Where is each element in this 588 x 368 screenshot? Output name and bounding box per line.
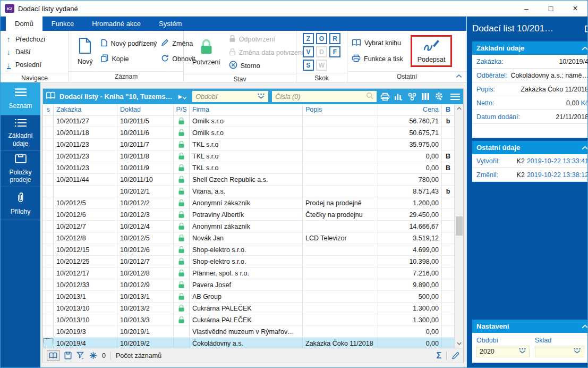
jump-key-z[interactable]: Z bbox=[303, 33, 314, 44]
numbers-search-input[interactable]: Čísla (0) bbox=[272, 91, 377, 102]
lock-icon bbox=[174, 186, 190, 197]
table-row[interactable]: 10/2011/1810/2011/6Omilk s.r.o50.675,71 bbox=[43, 127, 454, 139]
expand-book-menu-button[interactable]: ▶ bbox=[176, 94, 189, 99]
cell-firma: Vitana, a.s. bbox=[190, 186, 303, 197]
jump-key-s[interactable]: S bbox=[303, 60, 314, 71]
table-row[interactable]: 10/2011/2310/2011/9TKL s.r.o0,00B bbox=[43, 162, 454, 174]
functions-print-button[interactable]: Funkce a tisk bbox=[352, 53, 403, 65]
select-book-button[interactable]: Vybrat knihu bbox=[352, 37, 403, 49]
sum-icon[interactable]: Σ bbox=[436, 351, 441, 361]
combo-dropdown-icon[interactable] bbox=[518, 348, 526, 355]
table-row[interactable]: 10/2012/1Vitana, a.s.8.571,43b bbox=[43, 186, 454, 197]
view-card-toggle[interactable] bbox=[64, 352, 72, 359]
combo-dropdown-icon[interactable] bbox=[257, 93, 265, 101]
cell-s bbox=[43, 150, 54, 162]
table-menu-icon-button[interactable] bbox=[450, 91, 461, 103]
table-row[interactable]: 10/2013/110/2013/1AB Group500,00 bbox=[43, 291, 454, 303]
column-header-firma[interactable]: Firma bbox=[190, 104, 303, 115]
lock-icon bbox=[174, 127, 190, 138]
table-row[interactable]: 10/2012/2510/2012/7Shop-elektro s.r.o.10… bbox=[43, 256, 454, 267]
jump-key-o[interactable]: O bbox=[316, 33, 327, 44]
table-row[interactable]: 10/2012/710/2012/4Anonymní zákazník14.66… bbox=[43, 221, 454, 232]
confirm-button[interactable]: Potvrzení bbox=[188, 38, 225, 67]
new-child-button[interactable]: Nový podřízený bbox=[101, 37, 157, 49]
vertical-scrollbar[interactable] bbox=[454, 104, 463, 348]
period-select[interactable]: 2020 bbox=[476, 346, 530, 357]
chart-icon-button[interactable] bbox=[394, 91, 403, 103]
column-header-doklad[interactable]: Doklad bbox=[117, 104, 174, 115]
minimize-button[interactable]: – bbox=[514, 1, 539, 16]
tab-domu[interactable]: Domů bbox=[6, 16, 42, 31]
column-header-popis[interactable]: Popis bbox=[303, 104, 378, 115]
cell-s bbox=[43, 186, 54, 197]
cell-cena: 780,00 bbox=[378, 174, 442, 185]
table-row[interactable]: 10/2011/4410/2011/10Shell Czech Republic… bbox=[43, 174, 454, 186]
table-row[interactable]: 10/2019/310/2019/1Vlastivědné muzeum v R… bbox=[43, 326, 454, 338]
filter-icon[interactable] bbox=[76, 352, 84, 359]
table-row[interactable]: 10/2012/1510/2012/6Shop-elektro s.r.o.4.… bbox=[43, 244, 454, 256]
workflow-icon-button[interactable] bbox=[407, 91, 417, 103]
collapse-section-icon[interactable] bbox=[582, 324, 588, 329]
scroll-up-icon[interactable] bbox=[455, 104, 463, 113]
edit-pencil-icon[interactable] bbox=[451, 352, 459, 359]
view-book-toggle[interactable] bbox=[47, 350, 59, 361]
table-row[interactable]: 10/2013/1010/2013/3Cukrárna PALEČEK1.300… bbox=[43, 314, 454, 326]
previous-button[interactable]: ↑Předchozí bbox=[5, 33, 45, 45]
tab-system[interactable]: Systém bbox=[150, 16, 191, 31]
cell-b bbox=[442, 267, 454, 279]
warehouse-select[interactable] bbox=[535, 346, 584, 357]
table-row[interactable]: 10/2012/510/2012/2Anonymní zákazníkProde… bbox=[43, 197, 454, 209]
columns-icon-button[interactable] bbox=[421, 91, 430, 103]
cell-b bbox=[442, 139, 454, 150]
collapse-section-icon[interactable] bbox=[582, 46, 588, 51]
jump-key-r[interactable]: R bbox=[329, 33, 340, 44]
sidebar-item-polozky-prodeje[interactable]: Položky prodeje bbox=[1, 151, 40, 187]
open-in-window-icon[interactable] bbox=[584, 24, 588, 33]
column-header-zakazka[interactable]: Zakázka bbox=[54, 104, 117, 115]
print-icon-button[interactable] bbox=[380, 91, 390, 103]
table-row[interactable]: 10/2013/1010/2013/2Cukrárna PALEČEK1.300… bbox=[43, 303, 454, 314]
settings-gear-icon-button[interactable] bbox=[434, 91, 444, 103]
table-row[interactable]: 10/2011/2310/2011/7TKL s.r.o35.975,00 bbox=[43, 139, 454, 150]
column-header-s[interactable]: s bbox=[43, 104, 54, 115]
combo-dropdown-icon[interactable] bbox=[573, 348, 581, 355]
cell-cena: 35.975,00 bbox=[378, 139, 442, 150]
tab-hromadne-akce[interactable]: Hromadné akce bbox=[83, 16, 150, 31]
jump-key-v[interactable]: V bbox=[303, 46, 314, 57]
sidebar-item-seznam[interactable]: Seznam bbox=[1, 82, 40, 115]
copy-button[interactable]: Kopie bbox=[101, 53, 157, 65]
collapse-ribbon-button[interactable] bbox=[456, 71, 462, 80]
jump-key-f[interactable]: F bbox=[329, 46, 340, 57]
section-header[interactable]: Ostatní údaje bbox=[472, 141, 588, 154]
sidebar-item-prilohy[interactable]: Přílohy bbox=[1, 187, 40, 220]
table-row[interactable]: 10/2012/810/2012/5Novák JanLCD Televizor… bbox=[43, 232, 454, 244]
column-header-b[interactable]: B bbox=[442, 104, 454, 115]
close-button[interactable]: × bbox=[563, 1, 587, 16]
last-button[interactable]: ↓Poslední bbox=[5, 58, 45, 71]
auto-refresh-star-icon[interactable] bbox=[89, 352, 97, 359]
column-header-cena[interactable]: Cena bbox=[378, 104, 442, 115]
section-header[interactable]: Základní údaje bbox=[472, 41, 588, 55]
box-icon bbox=[15, 154, 27, 165]
table-row[interactable]: 10/2012/1710/2012/8Pfanner, spol. s r.o.… bbox=[43, 267, 454, 279]
maximize-button[interactable]: □ bbox=[539, 1, 563, 16]
column-header-ps[interactable]: P/S bbox=[174, 104, 190, 115]
table-row[interactable]: 10/2011/2310/2011/8TKL s.r.o0,00B bbox=[43, 150, 454, 162]
period-filter-input[interactable]: Období bbox=[192, 91, 268, 102]
next-button[interactable]: ↓Další bbox=[5, 46, 45, 58]
sign-button[interactable]: Podepsat bbox=[417, 38, 446, 63]
table-row[interactable]: 10/2011/2710/2011/5Omilk s.r.o56.760,71b bbox=[43, 115, 454, 127]
lock-icon bbox=[174, 221, 190, 232]
table-row[interactable]: 10/2012/610/2012/3Potraviny AlbertíkČteč… bbox=[43, 209, 454, 221]
book-white-icon bbox=[46, 91, 56, 102]
storno-button[interactable]: Storno bbox=[229, 60, 304, 72]
scroll-down-icon[interactable] bbox=[455, 339, 463, 348]
table-row[interactable]: 10/2012/3310/2012/9Pavera Josef9.890,00 bbox=[43, 279, 454, 291]
sidebar-item-zakladni-udaje[interactable]: Základní údaje bbox=[1, 115, 40, 151]
tab-funkce[interactable]: Funkce bbox=[42, 16, 83, 31]
new-button[interactable]: Nový bbox=[73, 36, 97, 66]
scrollbar-thumb[interactable] bbox=[456, 216, 463, 236]
section-header[interactable]: Nastavení bbox=[472, 320, 588, 333]
collapse-section-icon[interactable] bbox=[582, 146, 588, 150]
table-row[interactable]: 10/2019/410/2019/2Čokoládovny a.s.Zakázk… bbox=[43, 338, 454, 348]
